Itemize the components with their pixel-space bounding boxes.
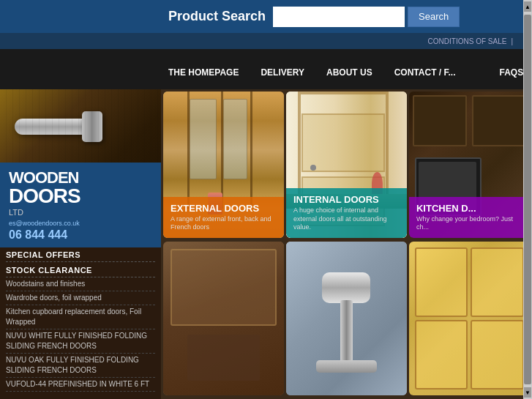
scroll-thumb[interactable] [524,15,531,384]
glass-panel-3 [415,320,468,389]
sidebar-links: SPECIAL OFFERS STOCK CLEARANCE Woodstain… [0,247,161,392]
internal-doors-card[interactable]: INTERNAL DOORS A huge choice of internal… [286,92,407,238]
scrollbar[interactable]: ▲ ▼ [523,0,532,399]
internal-doors-caption: INTERNAL DOORS A huge choice of internal… [286,188,407,238]
scroll-down-arrow[interactable]: ▼ [524,387,531,398]
logo-wooden: WOODEN [9,170,152,186]
bedroom-card[interactable] [163,242,284,396]
logo-phone: 06 844 444 [9,228,152,242]
sidebar-special-offers[interactable]: SPECIAL OFFERS [6,247,155,262]
main-area: WOODEN DOORS LTD es@woodendoors.co.uk 06… [0,89,532,399]
kitchen-doors-title: KITCHEN D... [416,203,522,214]
kitchen-doors-card[interactable]: KITCHEN D... Why change your bedroom? Ju… [409,92,530,238]
sidebar-wardrobe[interactable]: Wardrobe doors, foil wrapped [6,291,155,305]
sidebar-woodstains[interactable]: Woodstains and finishes [6,277,155,291]
nav-delivery[interactable]: DELIVERY [261,64,304,81]
logo-text: WOODEN DOORS [9,170,152,206]
separator: | [511,37,513,45]
logo-doors: DOORS [9,186,152,206]
sidebar-vufold[interactable]: VUFOLD-44 PREFINISHED IN WHITE 6 FT [6,378,155,392]
glass-panel-4 [471,320,523,389]
glass-panel-1 [415,247,468,317]
kitchen-doors-caption: KITCHEN D... Why change your bedroom? Ju… [409,197,530,238]
sidebar-nuvu-white[interactable]: NUVU WHITE FULLY FINISHED FOLDING SLIDIN… [6,329,155,354]
scroll-up-arrow[interactable]: ▲ [524,1,531,12]
nav-homepage[interactable]: THE HOMEPAGE [168,64,239,81]
search-input[interactable] [273,7,405,27]
sidebar-nuvu-oak[interactable]: NUVU OAK FULLY FINISHED FOLDING SLIDING … [6,354,155,378]
search-button[interactable]: Search [408,7,460,27]
top-bar: Product Search Search [0,0,532,33]
content-area: EXTERNAL DOORS A range of external front… [161,89,532,399]
external-doors-card[interactable]: EXTERNAL DOORS A range of external front… [163,92,284,238]
door-grid: EXTERNAL DOORS A range of external front… [161,89,532,399]
nav-bar: THE HOMEPAGE DELIVERY ABOUT US CONTACT /… [0,49,532,89]
nav-contact[interactable]: CONTACT / F... [394,64,456,81]
logo-ltd: LTD [9,208,152,217]
external-doors-caption: EXTERNAL DOORS A range of external front… [163,197,284,238]
search-label: Product Search [168,9,266,24]
sidebar-kitchen-cupboard[interactable]: Kitchen cupboard replacement doors, Foil… [6,305,155,329]
bathroom-card[interactable] [286,242,407,396]
internal-doors-title: INTERNAL DOORS [293,194,400,205]
internal-doors-desc: A huge choice of internal and external d… [293,206,400,232]
kitchen-doors-desc: Why change your bedroom? Just ch... [416,215,522,232]
sidebar: WOODEN DOORS LTD es@woodendoors.co.uk 06… [0,89,161,399]
nav-faqs[interactable]: FAQS [499,64,523,81]
conditions-text[interactable]: CONDITIONS OF SALE [428,37,507,45]
conditions-bar: CONDITIONS OF SALE | [0,33,532,49]
logo-area: WOODEN DOORS LTD es@woodendoors.co.uk 06… [0,163,161,247]
logo-email: es@woodendoors.co.uk [9,220,152,227]
external-doors-desc: A range of external front, back and Fren… [171,215,277,232]
nav-about[interactable]: ABOUT US [326,64,372,81]
glass-panel-2 [471,247,523,317]
glass-card[interactable] [409,242,530,396]
external-doors-title: EXTERNAL DOORS [171,203,277,214]
sidebar-stock-clearance[interactable]: STOCK CLEARANCE [6,262,155,277]
